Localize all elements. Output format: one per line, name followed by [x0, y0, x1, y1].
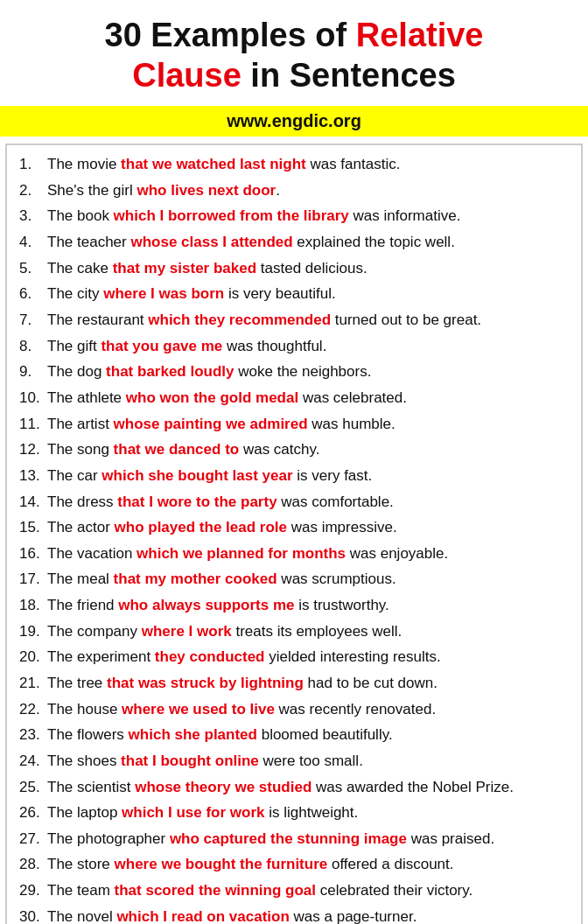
list-item: 11.The artist whose painting we admired … [19, 414, 569, 436]
relative-clause: which I read on vacation [116, 908, 289, 924]
sentence-text: The song that we danced to was catchy. [47, 439, 569, 461]
sentence-number: 28. [19, 854, 47, 876]
list-item: 2.She's the girl who lives next door. [19, 180, 569, 202]
title-red1: Relative [356, 17, 484, 53]
sentence-number: 3. [19, 206, 47, 228]
list-item: 12.The song that we danced to was catchy… [19, 439, 569, 461]
list-item: 13.The car which she bought last year is… [19, 466, 569, 487]
list-item: 29.The team that scored the winning goal… [19, 880, 569, 902]
sentence-text: The experiment they conducted yielded in… [47, 647, 569, 668]
relative-clause: where I work [142, 623, 232, 640]
sentence-number: 19. [19, 621, 47, 643]
relative-clause: where we used to live [122, 701, 275, 718]
sentence-number: 15. [19, 517, 47, 539]
list-item: 15.The actor who played the lead role wa… [19, 517, 569, 539]
list-item: 23.The flowers which she planted bloomed… [19, 724, 569, 746]
sentence-text: The teacher whose class I attended expla… [47, 232, 569, 254]
list-item: 18.The friend who always supports me is … [19, 595, 569, 617]
list-item: 24.The shoes that I bought online were t… [19, 751, 569, 773]
sentence-text: She's the girl who lives next door. [47, 180, 569, 202]
sentence-text: The artist whose painting we admired was… [47, 414, 569, 436]
sentence-list: 1.The movie that we watched last night w… [19, 154, 569, 924]
relative-clause: where we bought the furniture [115, 856, 328, 872]
sentence-number: 4. [19, 232, 47, 254]
sentence-text: The meal that my mother cooked was scrum… [47, 569, 569, 591]
relative-clause: which she bought last year [102, 467, 292, 484]
sentence-number: 30. [19, 906, 47, 924]
title-part1: 30 Examples of [105, 17, 356, 53]
relative-clause: who won the gold medal [126, 389, 298, 406]
sentence-number: 24. [19, 751, 47, 773]
list-item: 26.The laptop which I use for work is li… [19, 802, 569, 824]
sentence-text: The gift that you gave me was thoughtful… [47, 336, 569, 358]
relative-clause: which I borrowed from the library [114, 207, 349, 224]
url-text: www.engdic.org [227, 111, 361, 130]
list-item: 8.The gift that you gave me was thoughtf… [19, 336, 569, 358]
sentence-number: 5. [19, 258, 47, 280]
relative-clause: who played the lead role [115, 519, 287, 536]
list-item: 21.The tree that was struck by lightning… [19, 673, 569, 695]
url-bar: www.engdic.org [0, 106, 588, 136]
list-item: 28.The store where we bought the furnitu… [19, 854, 569, 876]
sentence-number: 14. [19, 492, 47, 514]
sentence-number: 16. [19, 543, 47, 565]
sentence-text: The city where I was born is very beauti… [47, 284, 569, 305]
sentence-number: 20. [19, 647, 47, 668]
list-item: 1.The movie that we watched last night w… [19, 154, 569, 176]
relative-clause: whose class I attended [130, 234, 292, 250]
sentence-text: The restaurant which they recommended tu… [47, 310, 569, 332]
sentence-text: The store where we bought the furniture … [47, 854, 569, 876]
sentence-text: The book which I borrowed from the libra… [47, 206, 569, 228]
sentence-text: The company where I work treats its empl… [47, 621, 569, 643]
sentence-text: The movie that we watched last night was… [47, 154, 569, 176]
sentence-text: The flowers which she planted bloomed be… [47, 724, 569, 746]
sentence-text: The dog that barked loudly woke the neig… [47, 361, 569, 383]
relative-clause: which they recommended [148, 312, 331, 328]
relative-clause: that was struck by lightning [107, 675, 304, 691]
list-item: 10.The athlete who won the gold medal wa… [19, 388, 569, 410]
list-item: 20.The experiment they conducted yielded… [19, 647, 569, 668]
sentence-text: The novel which I read on vacation was a… [47, 906, 569, 924]
sentence-text: The friend who always supports me is tru… [47, 595, 569, 617]
sentence-number: 23. [19, 724, 47, 746]
sentence-text: The vacation which we planned for months… [47, 543, 569, 565]
list-item: 19.The company where I work treats its e… [19, 621, 569, 643]
sentence-number: 29. [19, 880, 47, 902]
sentence-text: The tree that was struck by lightning ha… [47, 673, 569, 695]
page-title: 30 Examples of RelativeClause in Sentenc… [18, 16, 570, 95]
list-item: 7.The restaurant which they recommended … [19, 310, 569, 332]
title-red2: Clause [132, 57, 242, 94]
sentence-number: 1. [19, 154, 47, 176]
relative-clause: whose theory we studied [135, 779, 312, 795]
relative-clause: which she planted [129, 726, 257, 743]
relative-clause: whose painting we admired [114, 416, 308, 432]
relative-clause: which I use for work [122, 804, 264, 821]
list-item: 22.The house where we used to live was r… [19, 699, 569, 721]
relative-clause: they conducted [155, 648, 265, 665]
header: 30 Examples of RelativeClause in Sentenc… [0, 0, 588, 106]
list-item: 3.The book which I borrowed from the lib… [19, 206, 569, 228]
list-item: 4.The teacher whose class I attended exp… [19, 232, 569, 254]
list-item: 16.The vacation which we planned for mon… [19, 543, 569, 565]
sentence-number: 2. [19, 180, 47, 202]
sentence-number: 22. [19, 699, 47, 721]
relative-clause: that scored the winning goal [115, 882, 316, 899]
relative-clause: that you gave me [101, 338, 222, 354]
relative-clause: which we planned for months [136, 545, 346, 562]
sentence-text: The house where we used to live was rece… [47, 699, 569, 721]
list-item: 6.The city where I was born is very beau… [19, 284, 569, 305]
sentence-text: The laptop which I use for work is light… [47, 802, 569, 824]
sentence-number: 10. [19, 388, 47, 410]
sentence-text: The actor who played the lead role was i… [47, 517, 569, 539]
title-part3: in Sentences [242, 57, 456, 94]
sentence-number: 27. [19, 829, 47, 850]
relative-clause: where I was born [103, 285, 224, 302]
sentence-text: The team that scored the winning goal ce… [47, 880, 569, 902]
relative-clause: that I wore to the party [117, 494, 276, 510]
relative-clause: who always supports me [118, 597, 294, 613]
sentence-number: 13. [19, 466, 47, 487]
relative-clause: that my mother cooked [114, 570, 277, 587]
sentence-number: 21. [19, 673, 47, 695]
relative-clause: that my sister baked [113, 260, 256, 276]
sentence-number: 6. [19, 284, 47, 305]
